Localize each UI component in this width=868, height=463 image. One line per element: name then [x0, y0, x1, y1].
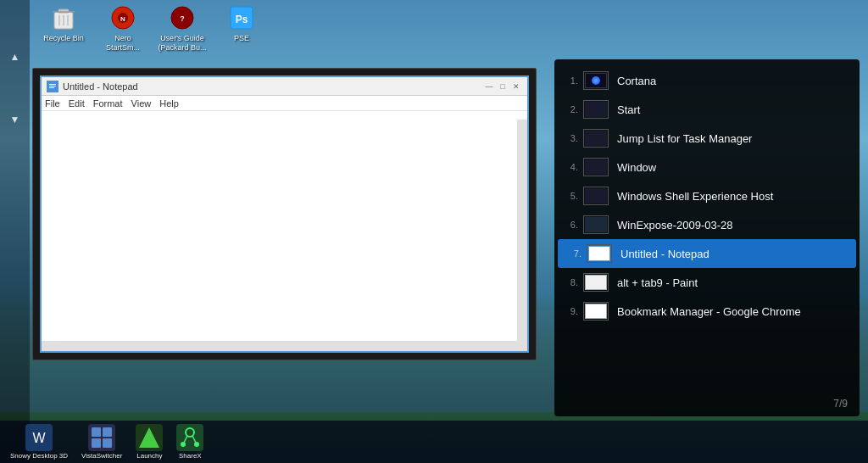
alttab-label-5: Windows Shell Experience Host [617, 190, 849, 203]
svg-rect-22 [92, 438, 101, 448]
notepad-titlebar: Untitled - Notepad — □ ✕ [42, 77, 527, 96]
alttab-thumb-2 [583, 100, 609, 119]
alttab-item-1[interactable]: 1.Cortana [554, 66, 860, 95]
notepad-window[interactable]: Untitled - Notepad — □ ✕ File Edit Forma… [32, 68, 537, 360]
snowy-desktop-label: Snowy Desktop 3D [10, 452, 68, 460]
svg-text:?: ? [180, 14, 185, 23]
sidebar-arrow-up[interactable]: ▲ [10, 51, 20, 63]
alttab-counter: 7/9 [833, 398, 848, 410]
svg-rect-16 [49, 87, 54, 88]
alttab-item-5[interactable]: 5.Windows Shell Experience Host [554, 181, 860, 210]
pse-label: PSE [234, 34, 249, 43]
notepad-scrollbar-horizontal[interactable] [42, 341, 517, 351]
desktop-icon-nero[interactable]: N Nero StartSm... [97, 4, 148, 53]
desktop-icon-recycle-bin[interactable]: Recycle Bin [38, 4, 89, 53]
notepad-minimize-button[interactable]: — [483, 81, 495, 92]
recycle-bin-label: Recycle Bin [43, 34, 84, 43]
alttab-number-2: 2. [565, 104, 578, 114]
taskbar: W Snowy Desktop 3D VistaSwitcher [0, 421, 868, 463]
alttab-number-3: 3. [565, 133, 578, 143]
alttab-item-7[interactable]: 7.Untitled - Notepad [558, 239, 856, 268]
snowy-desktop-icon: W [25, 424, 53, 451]
vistaswitcher-icon [88, 424, 115, 451]
alttab-label-4: Window [617, 161, 849, 174]
alttab-number-6: 6. [565, 220, 578, 230]
desktop-icon-users-guide[interactable]: ? User's Guide (Packard Bu... [157, 4, 208, 53]
alttab-item-6[interactable]: 6.WinExpose-2009-03-28 [554, 210, 860, 239]
alttab-thumb-1 [583, 71, 609, 90]
alttab-label-6: WinExpose-2009-03-28 [617, 219, 849, 232]
alttab-thumb-4 [583, 158, 609, 176]
launchy-icon [136, 424, 163, 451]
left-sidebar: ▲ ▼ [0, 0, 30, 463]
sidebar-arrow-down[interactable]: ▼ [10, 114, 20, 126]
svg-rect-14 [49, 84, 56, 85]
svg-rect-23 [103, 438, 112, 448]
svg-point-29 [194, 442, 199, 447]
desktop-icons: Recycle Bin N Nero StartSm... ? User's G… [38, 4, 267, 53]
taskbar-icon-launchy[interactable]: Launchy [132, 422, 166, 461]
svg-rect-21 [103, 427, 112, 437]
desktop: ▲ ▼ Recycle Bin N [0, 0, 868, 463]
nero-label: Nero StartSm... [97, 34, 148, 53]
taskbar-icon-sharex[interactable]: ShareX [173, 422, 207, 461]
svg-text:N: N [120, 15, 125, 23]
alttab-panel: 1.Cortana2.Start3.Jump List for Task Man… [554, 59, 860, 416]
alttab-label-3: Jump List for Task Manager [617, 132, 849, 145]
svg-text:Ps: Ps [236, 14, 248, 25]
alttab-label-1: Cortana [617, 75, 849, 87]
sharex-icon [176, 424, 203, 451]
alttab-item-4[interactable]: 4.Window [554, 153, 860, 181]
notepad-inner: Untitled - Notepad — □ ✕ File Edit Forma… [40, 75, 529, 353]
menu-format[interactable]: Format [93, 98, 123, 109]
desktop-icon-pse[interactable]: Ps PSE [216, 4, 267, 53]
alttab-number-8: 8. [565, 277, 578, 287]
recycle-bin-icon [50, 4, 77, 31]
taskbar-icon-snowy-desktop[interactable]: W Snowy Desktop 3D [7, 422, 71, 461]
nero-icon: N [109, 4, 136, 31]
menu-edit[interactable]: Edit [69, 98, 85, 109]
alttab-number-1: 1. [565, 75, 578, 86]
notepad-title-text: Untitled - Notepad [63, 81, 483, 92]
notepad-title-icon [47, 81, 58, 92]
notepad-scrollbar-vertical[interactable] [517, 120, 527, 351]
pse-icon: Ps [228, 4, 255, 31]
notepad-content[interactable] [42, 111, 527, 351]
users-guide-label: User's Guide (Packard Bu... [157, 34, 208, 53]
taskbar-icon-vistaswitcher[interactable]: VistaSwitcher [78, 422, 125, 461]
notepad-close-button[interactable]: ✕ [510, 81, 522, 92]
menu-help[interactable]: Help [159, 98, 179, 109]
alttab-thumb-3 [583, 129, 609, 148]
alttab-item-8[interactable]: 8.alt + tab9 - Paint [554, 268, 860, 297]
alttab-thumb-8 [583, 273, 609, 292]
alttab-thumb-5 [583, 187, 609, 205]
alttab-label-9: Bookmark Manager - Google Chrome [617, 305, 849, 318]
alttab-label-2: Start [617, 103, 849, 116]
alttab-number-9: 9. [565, 306, 578, 316]
alttab-thumb-7 [587, 244, 612, 263]
alttab-label-8: alt + tab9 - Paint [617, 276, 849, 289]
svg-rect-15 [49, 86, 56, 86]
alttab-item-3[interactable]: 3.Jump List for Task Manager [554, 124, 860, 153]
alttab-number-7: 7. [568, 248, 581, 259]
alttab-item-2[interactable]: 2.Start [554, 95, 860, 124]
launchy-label: Launchy [136, 452, 162, 460]
alttab-thumb-6 [583, 215, 609, 234]
svg-point-28 [181, 442, 186, 447]
alttab-item-9[interactable]: 9.Bookmark Manager - Google Chrome [554, 297, 860, 326]
vistaswitcher-label: VistaSwitcher [81, 452, 122, 460]
alttab-number-5: 5. [565, 191, 578, 201]
alttab-label-7: Untitled - Notepad [620, 248, 846, 260]
sharex-label: ShareX [179, 452, 202, 460]
notepad-controls: — □ ✕ [483, 81, 522, 92]
menu-file[interactable]: File [45, 98, 60, 109]
alttab-thumb-9 [583, 302, 609, 321]
menu-view[interactable]: View [131, 98, 152, 109]
users-guide-icon: ? [169, 4, 196, 31]
notepad-maximize-button[interactable]: □ [497, 81, 509, 92]
svg-rect-20 [92, 427, 101, 437]
svg-text:W: W [32, 431, 46, 445]
alttab-number-4: 4. [565, 162, 578, 172]
notepad-menubar: File Edit Format View Help [42, 96, 527, 111]
